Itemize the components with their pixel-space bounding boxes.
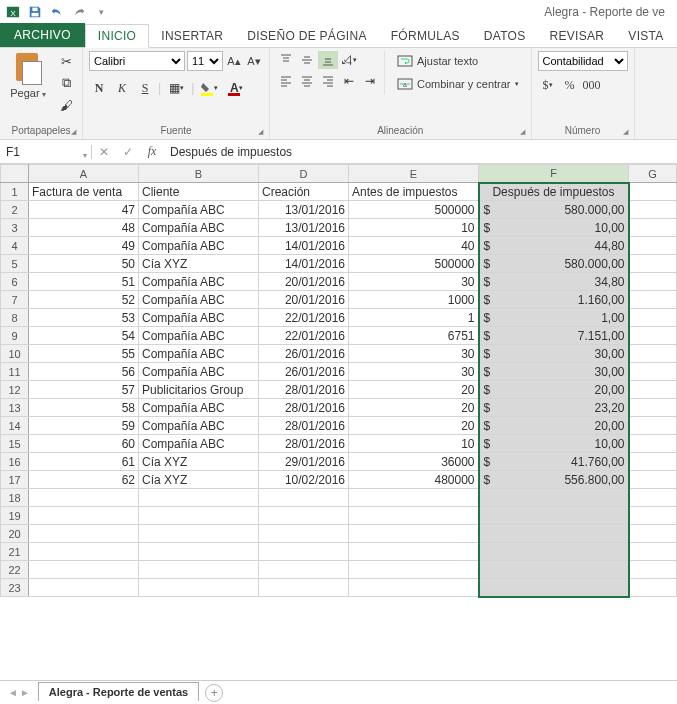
cell[interactable] (629, 579, 677, 597)
undo-icon[interactable] (48, 3, 66, 21)
cell[interactable] (629, 219, 677, 237)
cell[interactable] (479, 489, 629, 507)
cell[interactable]: 30 (349, 363, 479, 381)
tab-home[interactable]: INICIO (85, 24, 149, 48)
row-header[interactable]: 4 (1, 237, 29, 255)
cell[interactable]: 20 (349, 399, 479, 417)
cell[interactable]: 6751 (349, 327, 479, 345)
cell[interactable]: 1.160,00 (479, 291, 629, 309)
row-header[interactable]: 9 (1, 327, 29, 345)
tab-formulas[interactable]: FÓRMULAS (379, 25, 472, 47)
row-header[interactable]: 17 (1, 471, 29, 489)
insert-function-button[interactable]: fx (140, 141, 164, 163)
cell[interactable] (29, 543, 139, 561)
cell[interactable]: 28/01/2016 (259, 399, 349, 417)
font-size-select[interactable]: 11 (187, 51, 223, 71)
cell[interactable] (629, 255, 677, 273)
cell[interactable]: 34,80 (479, 273, 629, 291)
cell[interactable]: 58 (29, 399, 139, 417)
cell[interactable] (479, 507, 629, 525)
orientation-button[interactable]: ⦯▾ (339, 51, 359, 69)
cell[interactable]: Cía XYZ (139, 255, 259, 273)
cell[interactable]: 10,00 (479, 219, 629, 237)
row-header[interactable]: 3 (1, 219, 29, 237)
row-header[interactable]: 1 (1, 183, 29, 201)
percent-format-button[interactable]: % (560, 75, 580, 95)
cell[interactable] (629, 525, 677, 543)
cell[interactable]: 29/01/2016 (259, 453, 349, 471)
row-header[interactable]: 19 (1, 507, 29, 525)
cell[interactable]: 20,00 (479, 417, 629, 435)
cell[interactable]: 44,80 (479, 237, 629, 255)
cell[interactable]: 55 (29, 345, 139, 363)
cell[interactable] (629, 327, 677, 345)
bold-button[interactable]: N (89, 78, 109, 98)
cell[interactable] (259, 579, 349, 597)
cell[interactable] (139, 507, 259, 525)
cell[interactable] (139, 561, 259, 579)
col-header-g[interactable]: G (629, 165, 677, 183)
number-format-select[interactable]: Contabilidad (538, 51, 628, 71)
row-header[interactable]: 11 (1, 363, 29, 381)
cell[interactable]: 480000 (349, 471, 479, 489)
cell[interactable] (629, 273, 677, 291)
cell[interactable] (349, 561, 479, 579)
cell[interactable]: Compañía ABC (139, 273, 259, 291)
cell[interactable]: 20/01/2016 (259, 273, 349, 291)
cell[interactable] (629, 417, 677, 435)
row-header[interactable]: 23 (1, 579, 29, 597)
cell[interactable] (259, 489, 349, 507)
cell[interactable] (349, 507, 479, 525)
formula-input[interactable]: Después de impuestos (164, 145, 677, 159)
row-header[interactable]: 5 (1, 255, 29, 273)
cell[interactable]: 30 (349, 273, 479, 291)
cell[interactable]: 49 (29, 237, 139, 255)
tab-page-layout[interactable]: DISEÑO DE PÁGINA (235, 25, 379, 47)
cell[interactable]: 47 (29, 201, 139, 219)
font-name-select[interactable]: Calibri (89, 51, 185, 71)
enter-formula-button[interactable]: ✓ (116, 141, 140, 163)
cell[interactable] (139, 489, 259, 507)
cell[interactable]: Compañía ABC (139, 435, 259, 453)
tab-data[interactable]: DATOS (472, 25, 538, 47)
cell[interactable] (259, 507, 349, 525)
row-header[interactable]: 2 (1, 201, 29, 219)
cell[interactable]: Publicitarios Group (139, 381, 259, 399)
align-center-button[interactable] (297, 72, 317, 90)
cell[interactable]: 41.760,00 (479, 453, 629, 471)
col-header-b[interactable]: B (139, 165, 259, 183)
cell[interactable]: 20 (349, 417, 479, 435)
cell[interactable]: 53 (29, 309, 139, 327)
cell[interactable]: 556.800,00 (479, 471, 629, 489)
cell[interactable] (29, 525, 139, 543)
cell[interactable]: 10/02/2016 (259, 471, 349, 489)
col-header-e[interactable]: E (349, 165, 479, 183)
cell[interactable]: Compañía ABC (139, 345, 259, 363)
cell[interactable]: Compañía ABC (139, 219, 259, 237)
tab-insert[interactable]: INSERTAR (149, 25, 235, 47)
cell[interactable]: 500000 (349, 255, 479, 273)
cell[interactable]: 60 (29, 435, 139, 453)
cell[interactable]: Compañía ABC (139, 363, 259, 381)
cell[interactable] (479, 579, 629, 597)
cell[interactable] (29, 507, 139, 525)
cell[interactable] (629, 237, 677, 255)
cell[interactable] (139, 543, 259, 561)
cell[interactable]: 48 (29, 219, 139, 237)
cell[interactable]: Cliente (139, 183, 259, 201)
spreadsheet-grid[interactable]: A B D E F G 1 Factura de venta Cliente C… (0, 164, 677, 598)
cell[interactable]: Cía XYZ (139, 453, 259, 471)
comma-format-button[interactable]: 000 (582, 75, 602, 95)
cell[interactable]: 36000 (349, 453, 479, 471)
increase-font-button[interactable]: A▴ (225, 52, 243, 70)
cell[interactable] (629, 507, 677, 525)
align-middle-button[interactable] (297, 51, 317, 69)
row-header[interactable]: 18 (1, 489, 29, 507)
cell[interactable]: Compañía ABC (139, 237, 259, 255)
cell[interactable]: 14/01/2016 (259, 255, 349, 273)
cell[interactable] (629, 453, 677, 471)
cell[interactable] (349, 489, 479, 507)
cell[interactable]: 59 (29, 417, 139, 435)
cell[interactable]: 54 (29, 327, 139, 345)
cell[interactable]: 14/01/2016 (259, 237, 349, 255)
